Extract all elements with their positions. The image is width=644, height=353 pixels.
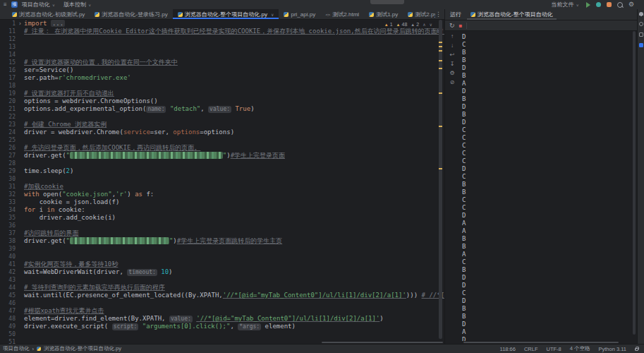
indent-style[interactable]: 4 个空格 (570, 345, 590, 352)
soft-wrap-icon[interactable]: ↩ (450, 52, 455, 58)
prev-issue-icon[interactable]: ∧ (423, 22, 425, 27)
line-number[interactable]: 47 (0, 307, 18, 315)
next-issue-icon[interactable]: ∨ (430, 22, 432, 27)
settings-icon[interactable]: ⚙ (628, 1, 634, 8)
code-line[interactable]: 33 cookie = json.load(f) (0, 198, 444, 206)
code-line[interactable]: 16ser=Service() (0, 66, 444, 74)
line-number[interactable]: 26 (0, 144, 18, 152)
code-line[interactable]: 49driver.execute_script( script: "argume… (0, 323, 444, 330)
line-number[interactable]: 13 (0, 43, 18, 51)
line-number[interactable]: 42 (0, 268, 18, 276)
code-line[interactable]: 42wait=WebDriverWait(driver, timeout: 10… (0, 268, 444, 276)
line-number[interactable]: 49 (0, 323, 18, 330)
line-number[interactable]: 31 (0, 183, 18, 191)
search-icon[interactable] (617, 2, 623, 8)
line-number[interactable]: 43 (0, 276, 18, 284)
breadcrumb-file[interactable]: 浏览器自动化-整个项目自动化.py (44, 345, 121, 352)
line-number[interactable]: 17 (0, 74, 18, 82)
error-badge[interactable]: ▲1 (384, 22, 393, 27)
code-line[interactable]: 15# 设置浏览器驱动的位置，我的位置在同一个文件夹中 (0, 59, 444, 66)
code-line[interactable]: 32with open("cookie.json",'r') as f: (0, 191, 444, 198)
line-number[interactable]: 37 (0, 229, 18, 237)
line-number[interactable]: 12 (0, 35, 18, 43)
line-number[interactable]: 27 (0, 152, 18, 160)
line-separator[interactable]: CRLF (524, 346, 538, 352)
code-line[interactable]: 41#实例化网页等待，最多等待10秒 (0, 261, 444, 268)
line-number[interactable]: 44 (0, 284, 18, 292)
line-number[interactable]: 32 (0, 191, 18, 198)
line-number[interactable]: 19 (0, 90, 18, 97)
code-line[interactable]: 21options.add_experimental_option(name: … (0, 105, 444, 113)
editor-vertical-scrollbar[interactable] (439, 20, 442, 339)
line-number[interactable]: 50 (0, 330, 18, 338)
line-number[interactable]: 18 (0, 82, 18, 90)
rerun-icon[interactable]: ↻ (449, 23, 455, 29)
code-line[interactable]: 12 (0, 35, 444, 43)
code-line[interactable]: 1›import ... (0, 20, 444, 28)
code-line[interactable]: 47#根据xpath查找元素并点击 (0, 307, 444, 315)
code-line[interactable]: 28 (0, 160, 444, 167)
line-number[interactable]: 33 (0, 198, 18, 206)
code-line[interactable]: 18 (0, 82, 444, 90)
code-line[interactable]: 27driver.get(" ")#学生上完登录页面 (0, 152, 444, 160)
stop-icon[interactable]: ■ (459, 23, 463, 29)
code-line[interactable]: 35 driver.add_cookie(i) (0, 214, 444, 222)
code-line[interactable]: 22 (0, 113, 444, 121)
code-editor[interactable]: 1›import ...11# 注意： 在浏览器中使用Cookie Editor… (0, 20, 444, 344)
tab-active-file[interactable]: 浏览器自动化-整个项目自动化.py∨ (173, 9, 279, 19)
scroll-to-end-icon[interactable]: ↧ (450, 61, 455, 67)
run-button[interactable] (586, 2, 590, 8)
readonly-lock-icon[interactable] (635, 348, 638, 351)
code-line[interactable]: 31#加载cookie (0, 183, 444, 191)
code-line[interactable]: 19# 设置浏览器打开后不自动退出 (0, 90, 444, 97)
line-number[interactable]: 39 (0, 245, 18, 253)
project-selector[interactable]: 项目自动化 ∨ (22, 1, 55, 8)
clear-console-icon[interactable]: ⊘ (450, 79, 455, 85)
inspections-widget[interactable]: ▲1▲48▲2∧∨ (382, 21, 435, 28)
code-line[interactable]: 34for i in cookie: (0, 206, 444, 214)
line-number[interactable]: 21 (0, 105, 18, 113)
line-number[interactable]: 34 (0, 206, 18, 214)
main-menu-icon[interactable]: ≡ (4, 1, 7, 8)
line-number[interactable]: 46 (0, 299, 18, 307)
code-line[interactable]: 43 (0, 276, 444, 284)
line-number[interactable]: 29 (0, 167, 18, 175)
code-line[interactable]: 17ser.path=r'chromedriver.exe' (0, 74, 444, 82)
debug-button[interactable] (596, 2, 601, 7)
run-console-tab[interactable]: 浏览器自动化-整个项目自动化 (467, 9, 557, 20)
caret-position[interactable]: 118:66 (500, 346, 516, 352)
code-line[interactable]: 44# 等待到查询到的元素加载完毕再执行后面的程序 (0, 284, 444, 292)
run-config-selector[interactable]: 当前文件 ∨ (552, 1, 579, 8)
tab-file[interactable]: <>测试2.html (320, 9, 364, 19)
code-line[interactable]: 40 (0, 253, 444, 261)
line-number[interactable]: 14 (0, 51, 18, 59)
scroll-down-icon[interactable]: ↓ (451, 42, 454, 49)
line-number[interactable]: 38 (0, 237, 18, 245)
code-line[interactable]: 11# 注意： 在浏览器中使用Cookie Editor这个插件获取到已经登录实… (0, 28, 444, 35)
breadcrumb-root[interactable]: 项目自动化 (3, 345, 30, 352)
more-tabs-icon[interactable]: ⋮ (435, 11, 444, 18)
code-line[interactable]: 46 (0, 299, 444, 307)
code-line[interactable]: 38driver.get(" ")#学生上完登录页面跳转后的学生主页 (0, 237, 444, 245)
tab-file[interactable]: 测试1.py (364, 9, 403, 19)
line-number[interactable]: 36 (0, 222, 18, 229)
code-line[interactable]: 36 (0, 222, 444, 229)
line-number[interactable]: 51 (0, 338, 18, 344)
notifications-icon[interactable] (639, 12, 643, 16)
tab-file[interactable]: 浏览器自动化-登录练习.py (90, 9, 172, 19)
fold-indicator[interactable]: › (18, 20, 24, 28)
console-settings-icon[interactable]: ⚙ (449, 70, 454, 76)
console-output[interactable]: DCBBDBADBDBDCCCCCDCBBCCDAABBACBDDCDBBDAD… (462, 31, 630, 341)
line-number[interactable]: 16 (0, 66, 18, 74)
file-encoding[interactable]: UTF-8 (547, 346, 561, 352)
line-number[interactable]: 25 (0, 136, 18, 144)
line-number[interactable]: 1 (0, 20, 18, 28)
line-number[interactable]: 22 (0, 113, 18, 121)
console-vertical-scrollbar[interactable] (633, 31, 636, 335)
line-number[interactable]: 45 (0, 292, 18, 299)
line-number[interactable]: 11 (0, 28, 18, 35)
typo-badge[interactable]: ▲2 (411, 22, 419, 27)
line-number[interactable]: 23 (0, 121, 18, 128)
tab-file[interactable]: 测试2.py (403, 9, 435, 19)
editor-horizontal-scrollbar[interactable] (322, 342, 443, 343)
